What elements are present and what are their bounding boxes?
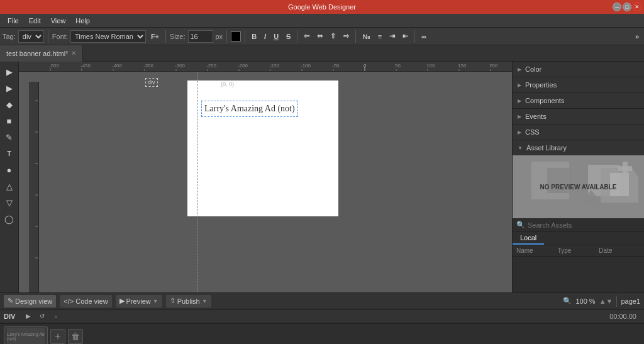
- list-ol-button[interactable]: №: [360, 31, 372, 42]
- keyframe-thumb-0[interactable]: Larry's Amazing Ad (not): [4, 326, 48, 345]
- shape-tool[interactable]: ■: [2, 113, 17, 128]
- tab-0[interactable]: test banner ad.html* ✕: [0, 45, 83, 62]
- zoom-icon: 🔍: [563, 297, 572, 305]
- image-tool[interactable]: ●: [2, 162, 17, 177]
- search-tool[interactable]: ◯: [2, 211, 17, 226]
- toolbar-sep-4: [245, 30, 245, 43]
- publish-button[interactable]: ⇧ Publish ▼: [166, 295, 211, 308]
- guide-line: [197, 72, 198, 292]
- align-center-button[interactable]: ⇔: [314, 31, 325, 42]
- menu-file[interactable]: File: [3, 16, 24, 26]
- panel-css-header[interactable]: ▶ CSS: [513, 125, 644, 140]
- play-button[interactable]: ▶: [23, 311, 34, 322]
- close-button[interactable]: ✕: [633, 3, 641, 11]
- bottom-sep: [616, 296, 617, 307]
- size-input[interactable]: [188, 30, 213, 43]
- align-right-button[interactable]: ⇧: [328, 31, 338, 42]
- select-tool[interactable]: ▶: [2, 64, 17, 79]
- publish-chevron: ▼: [202, 298, 208, 304]
- toolbar-sep-3: [226, 30, 227, 43]
- svg-text:-150: -150: [269, 63, 280, 69]
- svg-text:-300: -300: [175, 63, 186, 69]
- svg-text:-450: -450: [80, 63, 91, 69]
- tag-select[interactable]: div: [18, 30, 44, 43]
- keyframe-delete-button[interactable]: 🗑: [68, 329, 83, 344]
- link-button[interactable]: ∞: [419, 31, 429, 42]
- code-view-label: Code view: [75, 297, 108, 305]
- keyframe-button[interactable]: ⬦: [50, 311, 62, 322]
- ruler-horizontal: -500 -450 -400 -350 -300 -250 -200 -150: [19, 62, 512, 72]
- tab-bar: test banner ad.html* ✕: [0, 45, 644, 62]
- timeline: DIV ▶ ↺ ⬦ 00:00.00 Larry's Amazing Ad (n…: [0, 309, 644, 344]
- align-left-button[interactable]: ⇦: [301, 31, 312, 42]
- design-view-button[interactable]: ✎ Design view: [4, 295, 56, 308]
- svg-text:-400: -400: [112, 63, 123, 69]
- svg-text:0: 0: [364, 63, 367, 69]
- panel-events: ▶ Events: [513, 109, 644, 125]
- tab-close-0[interactable]: ✕: [71, 50, 76, 57]
- panel-components-header[interactable]: ▶ Components: [513, 93, 644, 108]
- ad-canvas: Larry's Amazing Ad (not): [187, 80, 338, 216]
- code-view-button[interactable]: </> Code view: [60, 295, 111, 308]
- ruler-vertical: [29, 82, 39, 292]
- main-layout: ▶ ▶ ◆ ■ ✎ T ● △ ▽ ◯ -500 -450 -400: [0, 62, 644, 292]
- col-date: Date: [599, 247, 640, 254]
- underline-button[interactable]: U: [271, 31, 281, 42]
- panel-asset-library-header[interactable]: ▼ Asset Library: [513, 140, 644, 155]
- hand-tool[interactable]: ▽: [2, 195, 17, 210]
- preview-label: Preview: [126, 297, 151, 305]
- page-label: page1: [621, 297, 640, 305]
- panel-events-header[interactable]: ▶ Events: [513, 109, 644, 124]
- align-justify-button[interactable]: ⇨: [341, 31, 352, 42]
- outdent-button[interactable]: ⇤: [400, 31, 411, 42]
- more-button[interactable]: »: [633, 31, 641, 42]
- svg-text:-350: -350: [143, 63, 154, 69]
- timecode: 00:00.00: [609, 313, 636, 320]
- zoom-value: 100 %: [575, 297, 595, 305]
- search-icon: 🔍: [516, 221, 525, 229]
- right-panel: ▶ Color ▶ Properties ▶ Components ▶ Even…: [512, 62, 644, 292]
- ad-text-element[interactable]: Larry's Amazing Ad (not): [201, 101, 298, 117]
- minimize-button[interactable]: ─: [613, 3, 621, 11]
- indent-button[interactable]: ⇥: [387, 31, 397, 42]
- font-select[interactable]: Times New Roman: [70, 30, 146, 43]
- asset-search-input[interactable]: [528, 221, 640, 229]
- menu-help[interactable]: Help: [70, 16, 95, 26]
- bold-button[interactable]: B: [249, 31, 259, 42]
- no-preview-text: NO PREVIEW AVAILABLE: [540, 184, 616, 191]
- toolbar-sep-7: [414, 30, 415, 43]
- keyframe-strip: Larry's Amazing Ad (not) + 🗑: [0, 323, 644, 344]
- zoom-stepper[interactable]: ▲▼: [599, 297, 613, 305]
- color-swatch[interactable]: [231, 31, 241, 42]
- type-tool[interactable]: T: [2, 146, 17, 161]
- left-toolbar: ▶ ▶ ◆ ■ ✎ T ● △ ▽ ◯: [0, 62, 19, 292]
- italic-button[interactable]: I: [262, 31, 269, 42]
- svg-rect-43: [618, 166, 632, 171]
- div-label: DIV: [4, 313, 15, 320]
- pen-tool[interactable]: ✎: [2, 130, 17, 145]
- tag-label: Tag:: [3, 33, 16, 40]
- asset-tab-local[interactable]: Local: [513, 232, 544, 245]
- text-tool[interactable]: ◆: [2, 97, 17, 112]
- asset-library-arrow-icon: ▼: [518, 145, 523, 151]
- panel-properties-header[interactable]: ▶ Properties: [513, 77, 644, 92]
- col-type: Type: [558, 247, 599, 254]
- panel-color-header[interactable]: ▶ Color: [513, 62, 644, 77]
- strikethrough-button[interactable]: S: [284, 31, 293, 42]
- list-ul-button[interactable]: ≡: [375, 31, 384, 42]
- loop-button[interactable]: ↺: [36, 311, 48, 322]
- svg-text:-50: -50: [332, 63, 340, 69]
- design-view-icon: ✎: [8, 297, 13, 305]
- window-title: Google Web Designer: [288, 3, 356, 11]
- font-label: Font:: [52, 33, 68, 40]
- preview-button[interactable]: ▶ Preview ▼: [116, 295, 162, 308]
- menu-view[interactable]: View: [46, 16, 71, 26]
- maximize-button[interactable]: □: [623, 3, 631, 11]
- keyframe-add-button[interactable]: +: [50, 329, 65, 344]
- menu-edit[interactable]: Edit: [24, 16, 46, 26]
- font-plus-button[interactable]: F+: [148, 31, 162, 42]
- pan-tool[interactable]: ▶: [2, 80, 17, 96]
- svg-text:-500: -500: [49, 63, 60, 69]
- zoom-tool-left[interactable]: △: [2, 179, 17, 194]
- preview-icon: ▶: [119, 297, 125, 305]
